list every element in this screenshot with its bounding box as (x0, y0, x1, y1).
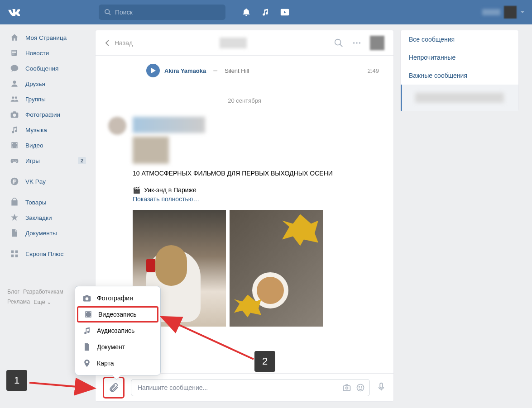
nav-shop[interactable]: Товары (7, 195, 89, 210)
nav-label: Моя Страница (25, 34, 67, 41)
film-icon (10, 141, 19, 150)
nav-games[interactable]: Игры2 (7, 153, 89, 168)
search-box[interactable] (99, 5, 225, 20)
svg-point-20 (361, 386, 362, 387)
username-blur (482, 9, 500, 15)
audio-artist[interactable]: Akira Yamaoka (164, 67, 206, 74)
attach-doc[interactable]: Документ (75, 339, 160, 355)
nav-bookmarks[interactable]: Закладки (7, 210, 89, 225)
chevron-left-icon (105, 39, 110, 47)
clapper-icon: 🎬 (133, 186, 140, 194)
messages-icon (10, 64, 19, 73)
attach-map[interactable]: Карта (75, 355, 160, 371)
nav-europa-plus[interactable]: Европа Плюс (7, 246, 89, 261)
camera-icon[interactable] (342, 383, 351, 392)
attach-button[interactable] (103, 377, 125, 399)
nav-label: Товары (25, 199, 46, 206)
nav-music[interactable]: Музыка (7, 122, 89, 138)
filter-important[interactable]: Важные сообщения (401, 66, 518, 85)
vk-logo-icon[interactable] (7, 6, 20, 19)
svg-point-17 (346, 387, 348, 389)
play-button[interactable] (146, 64, 160, 77)
chat-title-blur (220, 38, 247, 48)
bag-icon (10, 198, 19, 207)
pin-icon (82, 359, 91, 368)
right-panel: Все сообщения Непрочитанные Важные сообщ… (400, 30, 519, 402)
svg-point-11 (335, 39, 341, 45)
message-avatar[interactable] (108, 117, 126, 135)
svg-rect-10 (15, 255, 18, 257)
attach-label: Аудиозапись (97, 327, 134, 334)
nav-label: Фотографии (25, 111, 60, 118)
filter-box: Все сообщения Непрочитанные Важные сообщ… (400, 30, 519, 111)
user-menu[interactable] (482, 6, 525, 19)
post-images (133, 210, 381, 327)
audio-title: Silent Hill (225, 67, 249, 74)
back-button[interactable]: Назад (105, 39, 133, 47)
nav-video[interactable]: Видео (7, 138, 89, 153)
tv-icon[interactable] (280, 7, 290, 17)
friends-icon (10, 79, 19, 88)
topbar (0, 0, 532, 24)
nav-documents[interactable]: Документы (7, 225, 89, 241)
filter-unread[interactable]: Непрочитанные (401, 48, 518, 66)
nav-label: Группы (25, 96, 46, 103)
attach-audio[interactable]: Аудиозапись (75, 323, 160, 339)
nav-label: Друзья (25, 81, 45, 87)
filter-all[interactable]: Все сообщения (401, 30, 518, 48)
nav-my-page[interactable]: Моя Страница (7, 30, 89, 45)
nav-photos[interactable]: Фотографии (7, 107, 89, 122)
filter-active[interactable] (401, 85, 518, 111)
nav-news[interactable]: Новости (7, 45, 89, 61)
nav-label: Новости (25, 50, 49, 57)
message-input[interactable] (138, 384, 351, 391)
back-label: Назад (115, 39, 133, 47)
nav-label: Музыка (25, 127, 47, 133)
topbar-icons (242, 7, 290, 17)
ruble-icon (10, 177, 19, 186)
music-note-icon (10, 125, 19, 134)
svg-point-18 (357, 384, 364, 391)
paperclip-icon (108, 382, 119, 393)
chevron-down-icon (520, 10, 525, 14)
post-image-2[interactable] (230, 210, 323, 327)
nav-groups[interactable]: Группы (7, 91, 89, 107)
svg-point-3 (13, 81, 16, 84)
nav-messages[interactable]: Сообщения (7, 61, 89, 76)
svg-point-14 (356, 42, 358, 44)
attach-video[interactable]: Видеозапись (77, 306, 158, 323)
audio-separator: – (213, 66, 217, 75)
attach-photo[interactable]: Фотография (75, 290, 160, 306)
annotation-2: 2 (254, 351, 275, 372)
svg-rect-16 (344, 385, 350, 390)
bell-icon[interactable] (242, 8, 251, 17)
nav-label: Видео (25, 142, 43, 149)
footer-link-ads[interactable]: Реклама (7, 299, 30, 305)
user-avatar (504, 6, 517, 19)
emoji-icon[interactable] (356, 383, 365, 392)
svg-rect-9 (11, 255, 14, 257)
footer-link-more[interactable]: Ещё ⌄ (34, 299, 52, 305)
audio-attachment: Akira Yamaoka – Silent Hill 2:49 (143, 60, 387, 81)
svg-rect-8 (15, 251, 18, 253)
filter-active-blur (415, 93, 504, 103)
nav-vkpay[interactable]: VK Pay (7, 174, 89, 189)
mic-button[interactable] (376, 382, 386, 394)
home-icon (10, 33, 19, 42)
more-icon[interactable] (352, 38, 362, 48)
chat-input-row (96, 373, 393, 401)
nav-friends[interactable]: Друзья (7, 76, 89, 91)
chat-avatar[interactable] (370, 36, 384, 50)
movie-title: Уик-энд в Париже (144, 186, 197, 194)
nav-label: VK Pay (25, 178, 46, 185)
footer-link-blog[interactable]: Блог (7, 289, 19, 295)
footer-link-dev[interactable]: Разработчикам (23, 289, 63, 295)
search-input[interactable] (115, 9, 220, 16)
music-icon[interactable] (261, 8, 270, 17)
svg-point-5 (15, 96, 17, 99)
attach-label: Карта (97, 360, 114, 367)
attach-menu: Фотография Видеозапись Аудиозапись Докум… (75, 286, 161, 375)
show-more-link[interactable]: Показать полностью… (133, 195, 381, 203)
search-icon[interactable] (334, 38, 344, 48)
audio-duration: 2:49 (368, 67, 379, 74)
